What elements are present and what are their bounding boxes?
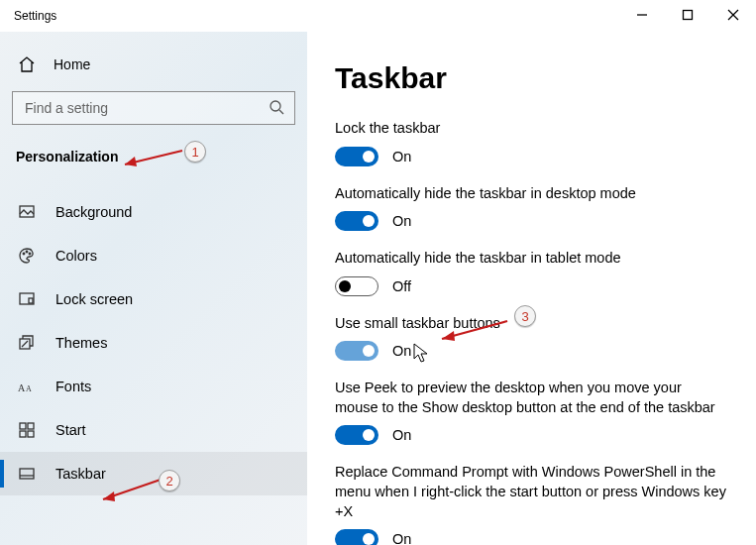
setting-row: Lock the taskbarOn [335, 119, 728, 166]
window-controls [619, 0, 756, 30]
toggle-row: On [335, 341, 728, 361]
setting-caption: Automatically hide the taskbar in tablet… [335, 249, 728, 269]
setting-caption: Use Peek to preview the desktop when you… [335, 379, 728, 417]
sidebar: Home Personalization Background [0, 32, 307, 545]
svg-text:A: A [18, 382, 26, 393]
sidebar-item-label: Themes [55, 335, 107, 351]
toggle-state-label: On [392, 149, 411, 164]
main-content: Taskbar Lock the taskbarOnAutomatically … [307, 32, 756, 545]
svg-rect-19 [28, 431, 34, 437]
titlebar: Settings [0, 0, 756, 32]
svg-rect-1 [684, 11, 693, 20]
sidebar-item-fonts[interactable]: AA Fonts [0, 365, 307, 408]
toggle-state-label: Off [392, 278, 411, 294]
taskbar-icon [16, 465, 38, 483]
svg-rect-16 [20, 423, 26, 429]
minimize-button[interactable] [619, 0, 665, 30]
toggle-row: On [335, 147, 728, 166]
home-icon [16, 55, 38, 73]
setting-row: Automatically hide the taskbar in deskto… [335, 184, 728, 232]
sidebar-item-colors[interactable]: Colors [0, 234, 307, 277]
sidebar-item-label: Colors [55, 248, 97, 264]
window-title: Settings [0, 9, 56, 23]
svg-line-5 [279, 110, 283, 114]
close-button[interactable] [710, 0, 756, 30]
toggle-switch[interactable] [335, 341, 378, 361]
toggle-state-label: On [392, 343, 411, 359]
svg-rect-11 [29, 298, 33, 303]
sidebar-item-label: Start [55, 422, 86, 438]
sidebar-item-themes[interactable]: Themes [0, 321, 307, 365]
nav-home-label: Home [54, 56, 90, 72]
toggle-state-label: On [392, 427, 411, 443]
svg-line-13 [22, 341, 28, 347]
toggle-switch[interactable] [335, 211, 378, 231]
maximize-button[interactable] [665, 0, 710, 30]
background-icon [16, 203, 38, 221]
page-title: Taskbar [335, 61, 728, 95]
svg-point-8 [26, 251, 28, 253]
themes-icon [16, 334, 38, 352]
setting-row: Replace Command Prompt with Windows Powe… [335, 463, 728, 545]
sidebar-item-label: Lock screen [55, 291, 133, 307]
toggle-row: Off [335, 276, 728, 296]
search-input[interactable] [12, 91, 295, 125]
colors-icon [16, 247, 38, 265]
setting-caption: Automatically hide the taskbar in deskto… [335, 184, 728, 204]
lock-screen-icon [16, 290, 38, 308]
nav-list: Background Colors Lock screen Themes [0, 190, 307, 495]
setting-caption: Replace Command Prompt with Windows Powe… [335, 463, 728, 521]
sidebar-item-background[interactable]: Background [0, 190, 307, 234]
setting-row: Use small taskbar buttonsOn [335, 314, 728, 362]
toggle-row: On [335, 529, 728, 545]
toggle-switch[interactable] [335, 425, 378, 445]
svg-point-9 [29, 253, 31, 255]
toggle-state-label: On [392, 213, 411, 229]
setting-caption: Lock the taskbar [335, 119, 728, 139]
sidebar-item-label: Fonts [55, 379, 91, 394]
toggle-switch[interactable] [335, 529, 378, 545]
fonts-icon: AA [16, 380, 38, 393]
svg-point-4 [270, 101, 280, 111]
toggle-switch[interactable] [335, 276, 378, 296]
toggle-switch[interactable] [335, 147, 378, 166]
sidebar-item-label: Background [55, 204, 132, 220]
sidebar-item-label: Taskbar [55, 466, 106, 482]
toggle-row: On [335, 211, 728, 231]
sidebar-item-taskbar[interactable]: Taskbar [0, 452, 307, 495]
setting-row: Automatically hide the taskbar in tablet… [335, 249, 728, 296]
toggle-row: On [335, 425, 728, 445]
setting-row: Use Peek to preview the desktop when you… [335, 379, 728, 445]
svg-rect-18 [20, 431, 26, 437]
svg-text:A: A [26, 384, 32, 393]
search-field[interactable] [23, 99, 269, 117]
toggle-state-label: On [392, 531, 411, 545]
nav-home[interactable]: Home [0, 44, 307, 85]
search-icon [269, 99, 284, 118]
sidebar-item-start[interactable]: Start [0, 408, 307, 452]
setting-caption: Use small taskbar buttons [335, 314, 728, 334]
svg-rect-20 [20, 469, 34, 479]
sidebar-item-lock-screen[interactable]: Lock screen [0, 277, 307, 321]
svg-point-7 [23, 253, 25, 255]
start-icon [16, 421, 38, 439]
sidebar-category: Personalization [0, 135, 307, 172]
svg-rect-17 [28, 423, 34, 429]
